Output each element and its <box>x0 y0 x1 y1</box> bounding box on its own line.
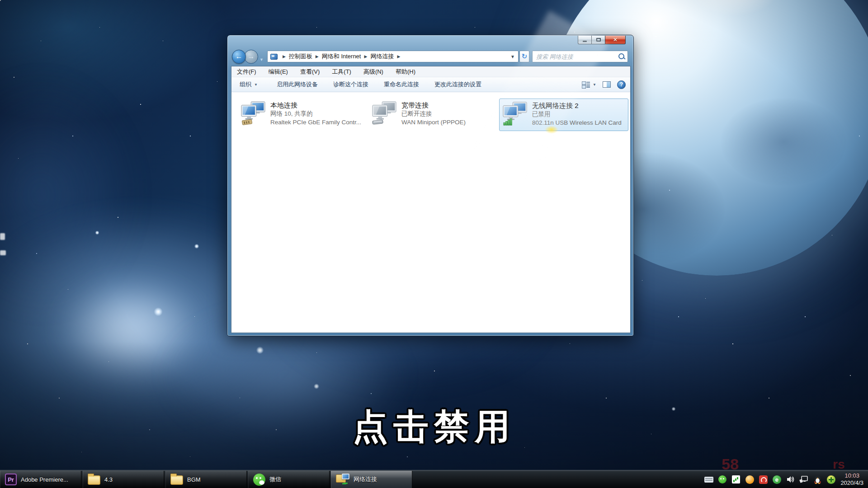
menu-tools[interactable]: 工具(T) <box>332 68 351 76</box>
search-icon[interactable] <box>618 52 625 61</box>
rename-connection-button[interactable]: 重命名此连接 <box>384 80 419 89</box>
wireless-connection-icon <box>502 101 528 127</box>
ethernet-connection-icon <box>241 100 267 127</box>
taskbar-item-wechat[interactable]: 微信 <box>248 471 330 488</box>
connection-status: 网络 10, 共享的 <box>270 109 361 118</box>
premiere-icon: Pr <box>5 474 17 485</box>
menu-file[interactable]: 文件(F) <box>237 68 256 76</box>
wechat-tray-icon[interactable] <box>717 474 727 485</box>
enable-device-button[interactable]: 启用此网络设备 <box>277 80 318 89</box>
views-icon[interactable] <box>582 81 590 88</box>
breadcrumb-arrow-icon[interactable]: ▶ <box>279 54 289 59</box>
maximize-button[interactable] <box>591 36 605 44</box>
menu-view[interactable]: 查看(V) <box>300 68 320 76</box>
address-dropdown-icon[interactable]: ▼ <box>507 54 518 59</box>
change-settings-button[interactable]: 更改此连接的设置 <box>434 80 481 89</box>
breadcrumb-arrow-icon[interactable]: ▶ <box>394 54 403 59</box>
bright-star <box>94 230 100 235</box>
taskbar-clock[interactable]: 10:03 2020/4/3 <box>840 472 863 487</box>
taskbar-item-label: 网络连接 <box>354 475 377 483</box>
nebula-cloud <box>59 280 203 380</box>
address-bar[interactable]: ▶ 控制面板 ▶ 网络和 Internet ▶ 网络连接 ▶ ▼ <box>267 51 519 62</box>
video-subtitle: 点击禁用 <box>0 404 868 451</box>
menu-advanced[interactable]: 高级(N) <box>363 68 383 76</box>
views-dropdown-icon[interactable]: ▼ <box>593 83 596 87</box>
desktop-icon-fragment <box>0 233 5 240</box>
taskbar-item-premiere[interactable]: Pr Adobe Premiere... <box>0 471 81 488</box>
breadcrumb-arrow-icon[interactable]: ▶ <box>312 54 322 59</box>
chevron-down-icon: ▼ <box>254 83 258 87</box>
connection-item-local[interactable]: 本地连接 网络 10, 共享的 Realtek PCIe GbE Family … <box>238 99 368 131</box>
orange-app-icon[interactable] <box>745 474 755 485</box>
taskbar-item-folder-bgm[interactable]: BGM <box>165 471 247 488</box>
connection-name: 本地连接 <box>270 101 361 109</box>
window-client-area: 文件(F) 编辑(E) 查看(V) 工具(T) 高级(N) 帮助(H) 组织 ▼… <box>231 66 631 333</box>
minimize-button[interactable] <box>578 36 591 44</box>
taskbar-item-folder-43[interactable]: 4.3 <box>83 471 164 488</box>
help-icon[interactable]: ? <box>617 80 626 89</box>
minimize-icon <box>583 41 587 42</box>
connection-item-broadband[interactable]: 宽带连接 已断开连接 WAN Miniport (PPPOE) <box>369 99 496 131</box>
folder-icon <box>170 475 183 485</box>
taskbar: Pr Adobe Premiere... 4.3 BGM 微信 网络连接 <box>0 470 868 488</box>
system-tray: e <box>704 470 868 488</box>
forward-button[interactable]: → <box>244 50 258 64</box>
keyboard-icon[interactable] <box>704 474 714 485</box>
taskbar-item-label: 4.3 <box>104 476 113 483</box>
connection-name: 无线网络连接 2 <box>532 101 622 110</box>
history-dropdown-icon[interactable]: ▼ <box>259 57 264 62</box>
bright-star <box>152 306 164 318</box>
taskbar-item-label: 微信 <box>269 475 281 483</box>
breadcrumb-arrow-icon[interactable]: ▶ <box>361 54 370 59</box>
preview-pane-icon[interactable] <box>603 81 611 88</box>
desktop-icon-fragment <box>0 250 6 255</box>
maximize-icon <box>596 38 601 42</box>
desktop: ✕ ← → ▼ ▶ 控制面板 ▶ 网络和 Internet ▶ 网络连接 ▶ ▼… <box>0 0 868 488</box>
bright-star <box>255 345 265 355</box>
connection-device: 802.11n USB Wireless LAN Card <box>532 118 622 127</box>
network-tray-icon[interactable] <box>799 474 809 485</box>
wechat-icon <box>253 474 265 486</box>
location-icon <box>270 54 278 60</box>
volume-icon[interactable] <box>785 474 795 485</box>
menu-help[interactable]: 帮助(H) <box>396 68 415 76</box>
bright-star <box>193 243 200 249</box>
connection-status: 已断开连接 <box>401 109 466 118</box>
connection-item-wireless[interactable]: 无线网络连接 2 已禁用 802.11n USB Wireless LAN Ca… <box>499 99 628 131</box>
netspeed-icon[interactable] <box>731 474 741 485</box>
connection-name: 宽带连接 <box>401 101 466 109</box>
netease-music-icon[interactable] <box>758 474 768 485</box>
folder-icon <box>88 475 100 485</box>
network-connections-window: ✕ ← → ▼ ▶ 控制面板 ▶ 网络和 Internet ▶ 网络连接 ▶ ▼… <box>227 35 634 336</box>
clock-time: 10:03 <box>840 472 863 479</box>
search-box <box>532 51 628 62</box>
search-input[interactable] <box>533 53 618 60</box>
green-browser-icon[interactable]: e <box>772 474 782 485</box>
antivirus-icon[interactable] <box>826 474 836 485</box>
clock-date: 2020/4/3 <box>840 479 863 487</box>
penguin-icon[interactable] <box>812 474 822 485</box>
connection-status: 已禁用 <box>532 110 622 118</box>
nebula-cloud <box>0 77 136 312</box>
breadcrumb-control-panel[interactable]: 控制面板 <box>289 52 312 61</box>
back-button[interactable]: ← <box>232 50 246 64</box>
bright-star <box>313 383 320 390</box>
close-icon: ✕ <box>613 37 618 43</box>
taskbar-item-network-connections[interactable]: 网络连接 <box>331 471 412 488</box>
breadcrumb-network-internet[interactable]: 网络和 Internet <box>322 52 361 61</box>
close-button[interactable]: ✕ <box>605 36 626 44</box>
starfield <box>0 0 1 1</box>
connection-device: WAN Miniport (PPPOE) <box>401 118 466 127</box>
cursor-highlight <box>545 126 558 134</box>
refresh-button[interactable]: ↻ <box>519 51 529 62</box>
diagnose-connection-button[interactable]: 诊断这个连接 <box>333 80 368 89</box>
menu-edit[interactable]: 编辑(E) <box>269 68 288 76</box>
command-toolbar: 组织 ▼ 启用此网络设备 诊断这个连接 重命名此连接 更改此连接的设置 ▼ ? <box>231 77 630 92</box>
network-folder-icon <box>336 474 349 485</box>
window-titlebar[interactable]: ✕ <box>227 35 633 48</box>
taskbar-item-label: BGM <box>187 476 201 483</box>
breadcrumb-network-connections[interactable]: 网络连接 <box>370 52 394 61</box>
organize-button[interactable]: 组织 ▼ <box>236 80 261 89</box>
taskbar-item-label: Adobe Premiere... <box>21 476 68 483</box>
connections-list: 本地连接 网络 10, 共享的 Realtek PCIe GbE Family … <box>231 92 630 333</box>
